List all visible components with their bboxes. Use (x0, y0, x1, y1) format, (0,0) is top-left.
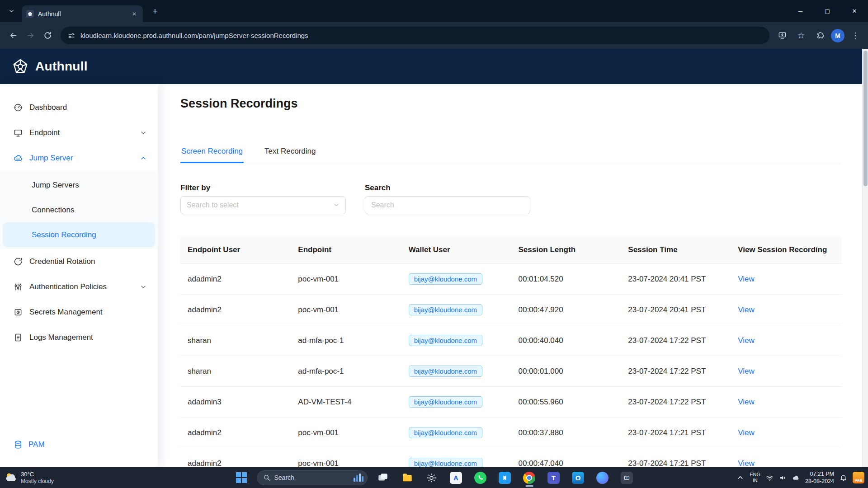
rotation-icon (14, 257, 23, 266)
outlook-button[interactable]: O (569, 469, 587, 487)
sidebar-item-secrets-management[interactable]: Secrets Management (0, 300, 158, 325)
app-b-button[interactable] (594, 469, 612, 487)
tab-screen-recording[interactable]: Screen Recording (180, 142, 244, 163)
sun-cloud-icon (5, 471, 17, 483)
vscode-button[interactable] (496, 469, 514, 487)
cell-wallet-user: bijay@kloudone.com (401, 264, 511, 295)
tab-title: Authnull (38, 10, 126, 18)
sidebar-item-dashboard[interactable]: Dashboard (0, 95, 158, 120)
bookmark-button[interactable]: ☆ (793, 28, 809, 44)
table-row: adadmin2 poc-vm-001 bijay@kloudone.com 0… (180, 264, 842, 295)
cell-endpoint-user: adadmin2 (180, 295, 291, 325)
back-arrow-icon (9, 31, 18, 40)
file-explorer-button[interactable] (398, 469, 416, 487)
filter-select-placeholder: Search to select (187, 201, 239, 209)
browser-tab[interactable]: Authnull ✕ (22, 5, 143, 22)
chevron-down-icon (8, 8, 15, 14)
sidebar-item-jump-servers[interactable]: Jump Servers (3, 173, 155, 197)
minimize-button[interactable]: ─ (787, 0, 814, 22)
tab-search-button[interactable] (4, 4, 19, 19)
sidebar-item-connections[interactable]: Connections (3, 197, 155, 222)
address-bar[interactable]: kloudlearn.kloudone.prod.authnull.com/pa… (61, 27, 769, 44)
view-session-link[interactable]: View (738, 459, 755, 468)
view-session-link[interactable]: View (738, 275, 755, 283)
tab-close-icon[interactable]: ✕ (130, 10, 138, 18)
cloud-status-button[interactable] (792, 474, 800, 482)
sidebar-item-session-recording[interactable]: Session Recording (3, 222, 155, 247)
sidebar-item-label: Endpoint (29, 128, 60, 137)
wifi-button[interactable] (766, 474, 774, 482)
cloud-server-icon (14, 154, 23, 163)
profile-avatar[interactable]: M (831, 29, 844, 42)
notifications-button[interactable] (840, 474, 847, 482)
install-app-button[interactable] (774, 28, 790, 44)
sidebar-item-label: Credential Rotation (29, 257, 95, 266)
language-indicator[interactable]: ENG IN (750, 472, 760, 483)
page-title: Session Recordings (180, 97, 842, 111)
view-session-link[interactable]: View (738, 398, 755, 406)
sidebar-item-logs-management[interactable]: Logs Management (0, 325, 158, 350)
page-scrollbar[interactable] (862, 49, 868, 467)
view-session-link[interactable]: View (738, 305, 755, 314)
whatsapp-icon (474, 472, 486, 484)
wallet-user-tag: bijay@kloudone.com (409, 396, 482, 408)
filter-select[interactable]: Search to select (180, 196, 346, 214)
wallet-user-tag: bijay@kloudone.com (409, 458, 482, 467)
maximize-button[interactable]: ▢ (814, 0, 841, 22)
app-header: Authnull (0, 49, 868, 84)
sidebar-item-label: Connections (32, 206, 75, 215)
settings-button[interactable] (423, 469, 441, 487)
recording-tabs: Screen Recording Text Recording (180, 142, 842, 163)
new-tab-button[interactable]: + (148, 6, 162, 17)
wallet-user-tag: bijay@kloudone.com (409, 273, 482, 285)
tray-time: 07:21 PM (805, 470, 834, 478)
clock[interactable]: 07:21 PM 28-08-2024 (805, 470, 834, 485)
tab-text-recording[interactable]: Text Recording (264, 142, 316, 163)
taskbar-search[interactable]: Search (257, 470, 368, 485)
tray-expand-button[interactable] (736, 474, 744, 482)
view-session-link[interactable]: View (738, 367, 755, 375)
view-session-link[interactable]: View (738, 428, 755, 437)
cell-session-time: 23-07-2024 17:22 PST (621, 356, 731, 387)
language-top: ENG (750, 472, 760, 478)
view-session-link[interactable]: View (738, 336, 755, 345)
start-button[interactable] (232, 469, 250, 487)
site-settings-icon (67, 32, 75, 40)
screen-snip-button[interactable] (618, 469, 636, 487)
window-controls: ─ ▢ ✕ (787, 0, 868, 22)
reload-button[interactable] (39, 27, 56, 44)
url-text[interactable]: kloudlearn.kloudone.prod.authnull.com/pa… (80, 32, 308, 39)
back-button[interactable] (5, 27, 22, 44)
cell-wallet-user: bijay@kloudone.com (401, 325, 511, 356)
sidebar-item-endpoint[interactable]: Endpoint (0, 120, 158, 145)
extensions-button[interactable] (812, 28, 828, 44)
app-a-button[interactable]: A (447, 469, 465, 487)
prb-tray-badge[interactable]: PRB (853, 472, 864, 483)
cell-session-time: 23-07-2024 17:22 PST (621, 387, 731, 418)
search-field: Search (365, 183, 530, 214)
close-button[interactable]: ✕ (841, 0, 868, 22)
sidebar-item-pam[interactable]: PAM (14, 440, 45, 449)
task-view-button[interactable] (374, 469, 392, 487)
cell-endpoint-user: adadmin2 (180, 418, 291, 448)
column-endpoint: Endpoint (291, 236, 401, 264)
scrollbar-thumb[interactable] (863, 51, 868, 186)
teams-button[interactable]: T (545, 469, 563, 487)
column-endpoint-user: Endpoint User (180, 236, 291, 264)
whatsapp-button[interactable] (472, 469, 490, 487)
search-input[interactable] (365, 196, 530, 214)
sidebar-item-jump-server[interactable]: Jump Server (0, 145, 158, 171)
volume-button[interactable] (779, 474, 787, 482)
sidebar-item-credential-rotation[interactable]: Credential Rotation (0, 249, 158, 274)
browser-menu-button[interactable]: ⋮ (847, 28, 863, 44)
wallet-user-tag: bijay@kloudone.com (409, 304, 482, 315)
sidebar-item-authentication-policies[interactable]: Authentication Policies (0, 274, 158, 300)
cell-session-time: 23-07-2024 20:41 PST (621, 295, 731, 325)
taskbar-weather-widget[interactable]: 30°C Mostly cloudy (5, 471, 54, 484)
cell-endpoint-user: adadmin2 (180, 264, 291, 295)
table-row: sharan ad-mfa-poc-1 bijay@kloudone.com 0… (180, 356, 842, 387)
cell-view: View (731, 418, 842, 448)
cell-session-time: 23-07-2024 17:21 PST (621, 418, 731, 448)
chrome-button[interactable] (520, 469, 538, 487)
forward-button[interactable] (22, 27, 39, 44)
